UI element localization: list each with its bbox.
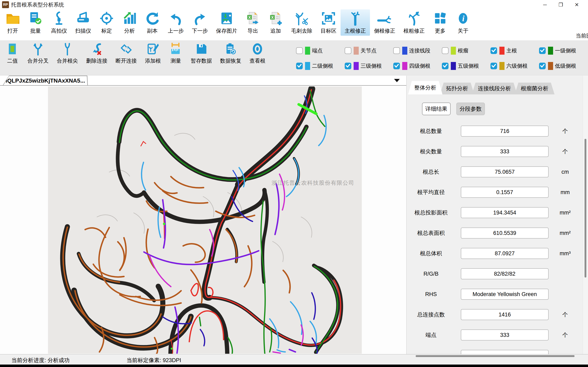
panel-horizontal-scrollbar-thumb[interactable]	[416, 355, 575, 357]
toolbar-button-lateral-root-fix[interactable]: 侧根修正	[370, 9, 399, 36]
field-value-input[interactable]: 333	[461, 146, 549, 157]
toolbar-button-restore-data[interactable]: 数据恢复	[216, 41, 245, 66]
view-button[interactable]: 详细结果	[422, 103, 450, 115]
toolbar-button-merge-tip[interactable]: 合并根尖	[53, 41, 82, 66]
field-value-input[interactable]: 0.1557	[461, 187, 549, 198]
toolbar-button-export[interactable]: X导出	[241, 9, 264, 36]
toolbar-button-save-image[interactable]: 保存图片	[212, 9, 241, 36]
field-value-input[interactable]: Moderate Yellowish Green	[461, 289, 549, 300]
legend-item[interactable]: 一级侧根	[539, 47, 587, 55]
toolbar-button-about[interactable]: i关于	[452, 9, 475, 36]
legend-label: 六级侧根	[506, 62, 527, 69]
legend-item[interactable]: 六级侧根	[490, 62, 539, 70]
checked-checkbox-icon[interactable]	[539, 62, 546, 70]
toolbar-button-duplicate[interactable]: 副本	[141, 9, 164, 36]
field-value-input[interactable]: 610.5539	[461, 227, 549, 239]
toolbar-button-break-link[interactable]: 断开连接	[112, 41, 141, 66]
legend-label: 关节点	[361, 47, 376, 54]
field-value-input[interactable]: 1416	[461, 309, 549, 320]
checked-checkbox-icon[interactable]	[539, 47, 546, 54]
field-value-input[interactable]: 194.3454	[461, 207, 549, 218]
legend-item[interactable]: 三级侧根	[344, 62, 393, 70]
color-swatch	[402, 47, 407, 55]
legend-item[interactable]: 五级侧根	[441, 62, 490, 70]
toolbar-button-deburr[interactable]: 毛刺去除	[287, 9, 316, 36]
document-tab-bar: lQLPJxZ5wizbKjTNAxXNA5...	[0, 76, 406, 86]
toolbar-button-merge-fork[interactable]: 合并分叉	[23, 41, 53, 66]
analysis-tab[interactable]: 拓扑分析	[440, 83, 474, 94]
field-unit: mm	[554, 189, 576, 196]
tab-list-dropdown-icon[interactable]	[394, 79, 400, 82]
legend-item[interactable]: 二级侧根	[296, 62, 344, 70]
toolbar-button-add-root[interactable]: 添加根	[141, 41, 165, 66]
toolbar-button-open[interactable]: 打开	[1, 9, 24, 36]
toolbar-button-delete-link[interactable]: 删除连接	[82, 41, 112, 66]
toolbar-button-doc-camera[interactable]: 高拍仪	[47, 9, 71, 36]
svg-text:i: i	[462, 14, 465, 23]
toolbar-button-redo[interactable]: 下一步	[188, 9, 212, 36]
document-tab[interactable]: lQLPJxZ5wizbKjTNAxXNA5...	[3, 76, 88, 85]
field-label: 根总体积	[406, 250, 456, 257]
unchecked-checkbox-icon[interactable]	[441, 47, 449, 54]
analysis-tab-bar: 整体分析拓扑分析连接线段分析根瘤菌分析	[406, 76, 588, 94]
deburr-icon	[294, 11, 309, 26]
field-label: R/G/B	[406, 271, 456, 277]
legend-item[interactable]: 根瘤	[441, 47, 490, 55]
toolbar-button-append[interactable]: X追加	[264, 9, 287, 36]
checked-checkbox-icon[interactable]	[393, 62, 400, 70]
checked-checkbox-icon[interactable]	[441, 62, 449, 70]
legend-item[interactable]: 四级侧根	[393, 62, 441, 70]
field-label: 根总表面积	[406, 229, 456, 237]
field-value-input[interactable]: 75.0657	[461, 166, 549, 177]
unchecked-checkbox-icon[interactable]	[344, 47, 352, 54]
toolbar-button-stash-data[interactable]: 暂存数据	[187, 41, 216, 66]
field-value-input[interactable]: 82/82/82	[461, 268, 549, 279]
legend-label: 四级侧根	[409, 62, 430, 69]
checked-checkbox-icon[interactable]	[490, 62, 498, 70]
unchecked-checkbox-icon[interactable]	[393, 47, 400, 54]
append-icon: X	[268, 11, 283, 26]
toolbar-button-batch[interactable]: 批量	[24, 9, 47, 36]
toolbar-button-label: 副本	[147, 27, 158, 34]
legend-item[interactable]: 连接线段	[393, 47, 441, 55]
legend-item[interactable]: 低级侧根	[539, 62, 587, 70]
field-label: 根尖数量	[406, 148, 456, 155]
toolbar-button-target-area[interactable]: 目标区	[316, 9, 341, 36]
legend-item[interactable]: 端点	[296, 47, 344, 55]
close-button[interactable]: ✕	[569, 0, 585, 9]
view-button[interactable]: 分段参数	[456, 103, 485, 115]
legend-label: 低级侧根	[555, 62, 576, 69]
toolbar-button-undo[interactable]: 上一步	[164, 9, 188, 36]
toolbar-button-scanner[interactable]: 扫描仪	[71, 9, 95, 36]
toolbar-button-main-root-fix[interactable]: 主根修正	[341, 9, 370, 36]
field-value-input[interactable]	[461, 350, 549, 354]
save-image-icon	[219, 11, 234, 26]
analysis-tab[interactable]: 根瘤菌分析	[515, 83, 554, 94]
legend-item[interactable]: 关节点	[344, 47, 393, 55]
legend-item[interactable]: 主根	[490, 47, 539, 55]
field-value-input[interactable]: 87.0927	[461, 248, 549, 259]
toolbar-button-view-root[interactable]: 查看根	[245, 41, 269, 66]
vertical-scrollbar-thumb[interactable]	[585, 139, 586, 277]
field-value-input[interactable]: 716	[461, 125, 549, 137]
break-link-icon	[120, 42, 133, 56]
field-value-input[interactable]: 333	[461, 329, 549, 341]
toolbar-button-binary[interactable]: 二值	[2, 41, 23, 66]
panel-vertical-scrollbar[interactable]	[583, 76, 588, 354]
toolbar-button-analysis[interactable]: 分析	[118, 9, 141, 36]
toolbar-button-root-width-fix[interactable]: 根粗修正	[399, 9, 429, 36]
checked-checkbox-icon[interactable]	[296, 62, 303, 70]
root-scan-image[interactable]: 浙江托普云农科技股份有限公司	[48, 86, 362, 354]
toolbar-button-more[interactable]: 更多	[429, 9, 452, 36]
unchecked-checkbox-icon[interactable]	[296, 47, 303, 54]
checked-checkbox-icon[interactable]	[344, 62, 352, 70]
toolbar-button-calibration[interactable]: 标定	[95, 9, 118, 36]
restore-button[interactable]: ❐	[553, 0, 569, 9]
toolbar-button-label: 扫描仪	[75, 27, 91, 34]
analysis-tab[interactable]: 整体分析	[408, 81, 442, 94]
analysis-tab[interactable]: 连接线段分析	[472, 83, 517, 94]
checked-checkbox-icon[interactable]	[490, 47, 498, 54]
toolbar-button-measure[interactable]: 测量	[165, 41, 187, 66]
field-row: 根尖数量333个	[406, 141, 588, 162]
minimize-button[interactable]: ─	[537, 0, 553, 9]
